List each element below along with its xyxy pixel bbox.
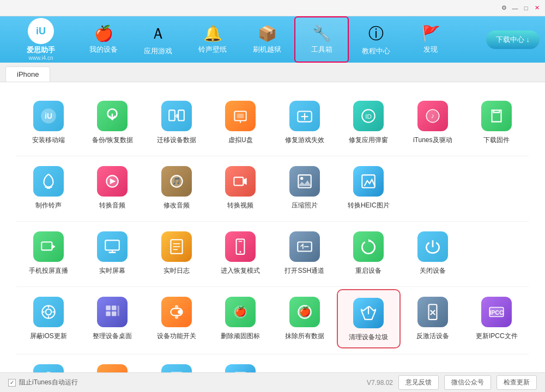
close-icon[interactable]: ✕ [533, 4, 541, 12]
svg-rect-25 [41, 242, 52, 250]
main-content: iU 安装移动端 备份/恢复数据 迁移设备数据 虚拟U盘 [0, 82, 545, 372]
update-btn[interactable]: 检查更新 [496, 375, 537, 390]
tool-icon-backup [97, 101, 128, 131]
tool-label-virtual-udisk: 虚拟U盘 [228, 136, 253, 145]
tool-item-del-icon[interactable]: 🍎 删除顽固图标 [209, 289, 273, 348]
tool-item-deactivate[interactable]: 反激活设备 [401, 289, 465, 348]
nav-item-app-game[interactable]: Ａ 应用游戏 [131, 16, 185, 63]
nav-label-discover: 发现 [423, 45, 438, 54]
tool-item-convert-audio[interactable]: 转换音频 [81, 158, 145, 216]
wechat-btn[interactable]: 微信公众号 [444, 375, 491, 390]
tool-label-itunes: iTunes及驱动 [413, 136, 452, 145]
svg-rect-44 [118, 305, 119, 316]
tool-item-convert-video[interactable]: 转换视频 [209, 158, 273, 216]
nav-icon-ringtone: 🔔 [203, 24, 222, 42]
feedback-btn[interactable]: 意见反馈 [398, 375, 439, 390]
row-separator-1 [16, 221, 529, 222]
nav-icon-discover: 🚩 [421, 24, 440, 42]
tool-item-fix-popup[interactable]: ID 修复应用弹窗 [337, 93, 401, 150]
tool-item-recovery[interactable]: 进入恢复模式 [209, 224, 273, 281]
itunes-label: 阻止iTunes自动运行 [19, 378, 78, 387]
tool-item-ssh[interactable]: 打开SSH通道 [272, 224, 337, 281]
tool-icon-clean-junk [353, 298, 384, 328]
row-separator-0 [16, 156, 529, 156]
tool-icon-convert-video [225, 166, 256, 197]
tool-label-fix-game: 修复游戏失效 [285, 136, 324, 145]
tool-label-deactivate: 反激活设备 [416, 332, 449, 341]
nav-item-discover[interactable]: 🚩 发现 [403, 16, 458, 63]
tool-label-block-update: 屏蔽iOS更新 [30, 332, 67, 341]
svg-point-48 [175, 315, 178, 318]
tool-item-empty3 [465, 224, 529, 281]
tool-item-cast[interactable]: 手机投屏直播 [16, 224, 81, 281]
tool-icon-virtual-udisk [225, 101, 256, 131]
tool-item-modify-audio[interactable]: 🎵 修改音频 [144, 158, 209, 216]
tool-icon-install-app: iU [33, 101, 64, 131]
tool-item-heic[interactable]: 转换HEIC图片 [337, 158, 401, 216]
tool-item-reboot[interactable]: 重启设备 [337, 224, 401, 281]
tool-item-screen[interactable]: 实时屏幕 [81, 224, 145, 281]
tool-icon-firmware [481, 101, 512, 131]
itunes-checkbox[interactable]: ✓ [8, 379, 16, 387]
status-right: V7.98.02 意见反馈 微信公众号 检查更新 [367, 375, 537, 390]
tool-item-make-ringtone[interactable]: 制作铃声 [16, 158, 81, 216]
nav-item-tutorial[interactable]: ⓘ 教程中心 [349, 16, 403, 63]
nav-item-my-device[interactable]: 🍎 我的设备 [76, 16, 131, 63]
tool-item-shutdown[interactable]: 关闭设备 [401, 224, 465, 281]
tool-icon-reboot [353, 231, 384, 262]
logo-icon: iU [28, 18, 54, 44]
maximize-icon[interactable]: □ [522, 4, 530, 12]
tool-item-virtual-udisk[interactable]: 虚拟U盘 [209, 93, 273, 150]
nav-icon-jailbreak: 📦 [258, 24, 277, 42]
tool-icon-backup-guide [225, 364, 256, 372]
nav-item-toolbox[interactable]: 🔧 工具箱 [294, 16, 349, 63]
tool-item-wipe[interactable]: 🍎 抹除所有数据 [272, 289, 337, 348]
settings-icon[interactable]: ⚙ [500, 4, 508, 12]
tool-label-install-app: 安装移动端 [32, 136, 65, 145]
tool-item-log[interactable]: 实时日志 [144, 224, 209, 281]
tool-item-compress-photo[interactable]: 压缩照片 [272, 158, 337, 216]
nav-label-toolbox: 工具箱 [311, 45, 332, 54]
tool-item-backup[interactable]: 备份/恢复数据 [81, 93, 145, 150]
minimize-icon[interactable]: — [511, 4, 519, 12]
tool-label-backup: 备份/恢复数据 [92, 136, 133, 145]
tool-label-make-ringtone: 制作铃声 [35, 201, 62, 210]
tool-item-clean-junk[interactable]: 清理设备垃圾 [337, 289, 401, 348]
tool-label-convert-video: 转换视频 [227, 201, 253, 210]
tool-item-organize-desktop[interactable]: 整理设备桌面 [81, 289, 145, 348]
status-left: ✓ 阻止iTunes自动运行 [8, 378, 78, 387]
tool-label-fix-popup: 修复应用弹窗 [349, 136, 388, 145]
nav-label-jailbreak: 刷机越狱 [253, 45, 281, 54]
svg-text:🍎: 🍎 [235, 306, 247, 317]
svg-rect-40 [106, 305, 111, 310]
tool-icon-recovery [225, 231, 256, 262]
tool-item-func-switch[interactable]: 设备功能开关 [144, 289, 209, 348]
tool-item-fix-game[interactable]: 修复游戏失效 [272, 93, 337, 150]
tab-iphone[interactable]: iPhone [5, 66, 50, 82]
tool-item-itunes[interactable]: ♪ iTunes及驱动 [401, 93, 465, 150]
tool-icon-convert-audio [97, 166, 128, 197]
tool-icon-fake-location [33, 364, 64, 372]
tool-row-1: 制作铃声 转换音频 🎵 修改音频 转换视频 压缩 [16, 158, 529, 216]
status-bar: ✓ 阻止iTunes自动运行 V7.98.02 意见反馈 微信公众号 检查更新 [0, 372, 545, 392]
tool-row-0: iU 安装移动端 备份/恢复数据 迁移设备数据 虚拟U盘 [16, 93, 529, 150]
tool-label-shutdown: 关闭设备 [420, 266, 446, 275]
tool-item-fake-location[interactable]: 虚拟定位 [16, 357, 81, 372]
tool-item-empty4 [272, 357, 337, 372]
download-btn[interactable]: 下载中心 ↓ [486, 30, 540, 49]
tool-item-block-update[interactable]: 屏蔽iOS更新 [16, 289, 81, 348]
tool-label-screen: 实时屏幕 [99, 266, 125, 275]
tool-row-3: 屏蔽iOS更新 整理设备桌面 设备功能开关 🍎 删除顽固图标 🍎 [16, 289, 529, 348]
tool-icon-block-update [33, 297, 64, 327]
nav-item-jailbreak[interactable]: 📦 刷机越狱 [240, 16, 294, 63]
tool-item-migrate[interactable]: 迁移设备数据 [144, 93, 209, 150]
tool-item-skip-setup[interactable]: 跳过设置向导 [144, 357, 209, 372]
tool-item-firmware[interactable]: 下载固件 [465, 93, 529, 150]
tool-item-backup-guide[interactable]: 备份引导区数据 [209, 357, 273, 372]
nav-item-ringtone[interactable]: 🔔 铃声壁纸 [185, 16, 240, 63]
tool-icon-ssh [289, 231, 320, 262]
tool-item-ipcc[interactable]: IPCC 更新IPCC文件 [465, 289, 529, 348]
tool-item-install-app[interactable]: iU 安装移动端 [16, 93, 81, 150]
tool-item-break-limit[interactable]: 破解时间限额 [81, 357, 145, 372]
svg-text:IPCC: IPCC [490, 309, 504, 316]
